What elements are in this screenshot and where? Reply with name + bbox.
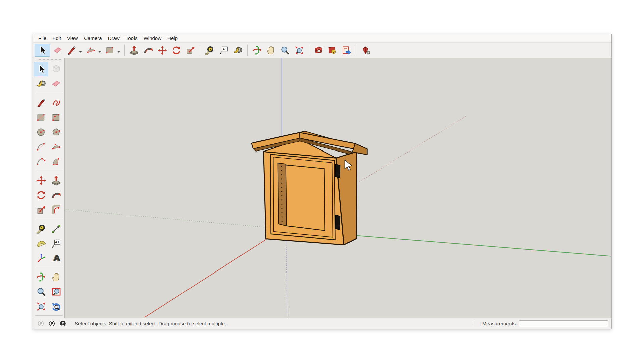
tape-measure-palette-button[interactable] <box>34 221 48 236</box>
select-palette-button[interactable] <box>34 62 48 76</box>
axes-palette-button[interactable] <box>34 251 48 265</box>
palette-separator <box>34 314 64 318</box>
menu-help[interactable]: Help <box>164 35 181 42</box>
protractor-palette-button[interactable] <box>34 236 48 251</box>
drawing-canvas[interactable] <box>65 58 611 318</box>
zoom-tool-button[interactable] <box>279 44 291 57</box>
two-point-arc-palette-button[interactable] <box>49 139 63 154</box>
line-icon <box>67 45 77 55</box>
send-to-layout-tool-button[interactable] <box>340 44 353 57</box>
zoom-extents-icon <box>36 301 46 312</box>
rectangle-tool-button[interactable] <box>104 44 116 57</box>
toolbar-separator <box>247 45 248 56</box>
measurements-input[interactable] <box>519 320 608 327</box>
dimension-palette-button[interactable] <box>49 221 63 236</box>
zoom-icon <box>36 287 46 297</box>
follow-me-tool-button[interactable] <box>142 44 155 57</box>
large-tool-set-palette: A1AA <box>33 58 65 318</box>
text-icon: A1 <box>51 238 61 249</box>
follow-me-palette-button[interactable] <box>49 188 63 202</box>
rotated-rectangle-palette-button[interactable] <box>49 110 63 125</box>
menu-view[interactable]: View <box>64 35 81 42</box>
menu-window[interactable]: Window <box>141 35 164 42</box>
select-tool-button[interactable] <box>35 44 50 57</box>
move-palette-button[interactable] <box>34 173 48 188</box>
rotate-icon <box>171 45 181 55</box>
orbit-tool-button[interactable] <box>251 44 263 57</box>
status-separator <box>71 321 71 327</box>
pan-tool-button[interactable] <box>265 44 277 57</box>
zoom-extents-tool-button[interactable] <box>293 44 306 57</box>
paint-bucket-palette-button[interactable] <box>34 76 48 91</box>
pan-icon <box>266 45 276 55</box>
rotate-tool-button[interactable] <box>170 44 183 57</box>
text-palette-button[interactable]: A1 <box>49 236 63 251</box>
previous-palette-button[interactable] <box>49 299 63 314</box>
sign-in-icon <box>59 320 66 327</box>
line-tool-button[interactable] <box>65 44 78 57</box>
palette-grip[interactable] <box>37 59 61 61</box>
scale-palette-button[interactable] <box>34 202 48 217</box>
make-component-palette-button[interactable] <box>49 62 63 76</box>
geolocation-status-button[interactable] <box>37 320 45 328</box>
rotate-palette-button[interactable] <box>34 188 48 202</box>
3d-warehouse-tool-button[interactable] <box>312 44 325 57</box>
rectangle-palette-button[interactable] <box>34 110 48 125</box>
toolbar-separator <box>200 45 200 56</box>
circle-palette-button[interactable] <box>34 125 48 139</box>
scale-tool-button[interactable] <box>184 44 197 57</box>
menu-edit[interactable]: Edit <box>49 35 64 42</box>
menu-file[interactable]: File <box>35 35 49 42</box>
orbit-palette-button[interactable] <box>34 269 48 284</box>
two-point-arc-icon <box>51 142 61 152</box>
scale-icon <box>185 45 196 55</box>
rectangle-icon <box>105 45 115 55</box>
sketchup-window: FileEditViewCameraDrawToolsWindowHelp A1… <box>33 34 612 329</box>
protractor-icon <box>36 238 46 249</box>
freehand-palette-button[interactable] <box>49 95 63 110</box>
circle-icon <box>36 127 46 137</box>
3d-warehouse-icon <box>313 45 323 55</box>
menu-tools[interactable]: Tools <box>123 35 141 42</box>
move-tool-button[interactable] <box>156 44 169 57</box>
3d-text-palette-button[interactable]: AA <box>49 251 63 265</box>
zoom-palette-button[interactable] <box>34 284 48 299</box>
tape-measure-tool-button[interactable] <box>203 44 216 57</box>
polygon-palette-button[interactable] <box>49 125 63 139</box>
move-icon <box>36 175 46 186</box>
line-dropdown[interactable] <box>79 51 82 54</box>
offset-palette-button[interactable] <box>49 202 63 217</box>
paint-bucket-tool-button[interactable] <box>231 44 244 57</box>
pie-palette-button[interactable] <box>49 154 63 169</box>
zoom-extents-palette-button[interactable] <box>34 299 48 314</box>
rectangle-dropdown[interactable] <box>117 51 120 54</box>
arc-palette-button[interactable] <box>34 139 48 154</box>
extension-manager-icon <box>361 45 371 55</box>
eraser-palette-button[interactable] <box>49 76 63 91</box>
text-tool-button[interactable]: A1 <box>217 44 230 57</box>
toolbar-separator <box>309 45 309 56</box>
three-point-arc-palette-button[interactable] <box>34 154 48 169</box>
line-palette-button[interactable] <box>34 95 48 110</box>
two-point-arc-tool-button[interactable] <box>85 44 97 57</box>
svg-text:A: A <box>54 253 60 263</box>
pan-palette-button[interactable] <box>49 269 63 284</box>
extension-warehouse-tool-button[interactable] <box>326 44 339 57</box>
push-pull-tool-button[interactable] <box>128 44 141 57</box>
menu-camera[interactable]: Camera <box>81 35 105 42</box>
eraser-tool-button[interactable] <box>51 44 64 57</box>
arc-dropdown[interactable] <box>98 51 101 54</box>
geolocation-icon <box>37 320 44 327</box>
palette-separator <box>34 217 64 221</box>
menu-draw[interactable]: Draw <box>105 35 123 42</box>
push-pull-palette-button[interactable] <box>49 173 63 188</box>
zoom-window-palette-button[interactable] <box>49 284 63 299</box>
sign-in-status-button[interactable] <box>59 320 67 328</box>
extension-manager-tool-button[interactable] <box>359 44 372 57</box>
text-icon: A1 <box>219 45 229 55</box>
palette-separator <box>34 265 64 269</box>
credits-status-button[interactable] <box>48 320 56 328</box>
arc-icon <box>36 142 46 152</box>
push-pull-icon <box>51 175 61 186</box>
send-to-layout-icon <box>341 45 352 55</box>
